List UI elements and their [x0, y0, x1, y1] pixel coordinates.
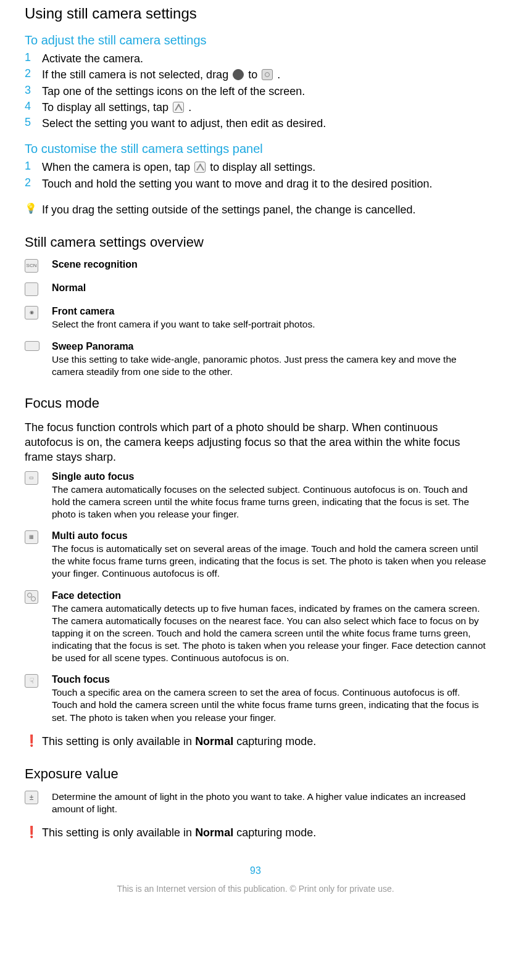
focus-item: ▦ Multi auto focus The focus is automati…	[25, 530, 486, 580]
multi-auto-focus-icon: ▦	[25, 530, 52, 544]
touch-focus-icon	[25, 674, 52, 688]
overview-desc: Use this setting to take wide-angle, pan…	[52, 353, 486, 378]
step-row: 2 If the still camera is not selected, d…	[25, 67, 486, 82]
settings-tools-icon	[173, 102, 184, 113]
focus-body: Single auto focus The camera automatical…	[52, 471, 486, 521]
important-note-row: ❗ This setting is only available in Norm…	[25, 734, 486, 749]
text-fragment: This setting is only available in	[42, 735, 195, 747]
focus-desc: The focus is automatically set on severa…	[52, 543, 486, 580]
exposure-value-icon	[25, 791, 52, 804]
text-fragment: to display all settings.	[210, 161, 315, 173]
overview-item: Sweep Panorama Use this setting to take …	[25, 341, 486, 378]
heading-adjust: To adjust the still camera settings	[25, 33, 486, 47]
step-num: 1	[25, 51, 42, 64]
focus-desc: Touch a specific area on the camera scre…	[52, 686, 486, 723]
text-fragment: .	[188, 101, 191, 113]
still-camera-icon	[262, 69, 273, 80]
step-row: 5 Select the setting you want to adjust,…	[25, 116, 486, 131]
important-icon: ❗	[25, 734, 42, 747]
document-page: Using still camera settings To adjust th…	[0, 5, 511, 980]
sweep-panorama-icon	[25, 341, 52, 351]
overview-body: Sweep Panorama Use this setting to take …	[52, 341, 486, 378]
focus-desc: The camera automatically detects up to f…	[52, 603, 486, 665]
focus-body: Face detection The camera automatically …	[52, 590, 486, 665]
heading-focus-mode: Focus mode	[25, 395, 486, 411]
step-text: Tap one of the settings icons on the lef…	[42, 84, 486, 99]
focus-title: Multi auto focus	[52, 530, 486, 541]
step-num: 3	[25, 84, 42, 97]
step-num: 1	[25, 160, 42, 173]
focus-body: Touch focus Touch a specific area on the…	[52, 674, 486, 723]
focus-list: ▭ Single auto focus The camera automatic…	[25, 471, 486, 724]
focus-title: Face detection	[52, 590, 486, 601]
overview-title: Sweep Panorama	[52, 341, 486, 352]
overview-body: Scene recognition	[52, 259, 486, 271]
footer-text: This is an Internet version of this publ…	[25, 884, 486, 894]
face-detection-icon	[25, 590, 52, 604]
step-num: 4	[25, 100, 42, 113]
overview-title: Normal	[52, 282, 486, 294]
page-number: 93	[25, 865, 486, 876]
overview-item: SCN Scene recognition	[25, 259, 486, 273]
step-row: 1 Activate the camera.	[25, 51, 486, 66]
focus-item: Touch focus Touch a specific area on the…	[25, 674, 486, 723]
overview-item: Normal	[25, 282, 486, 296]
overview-body: Normal	[52, 282, 486, 295]
focus-intro: The focus function controls which part o…	[25, 420, 486, 465]
tip-row: 💡 If you drag the setting outside of the…	[25, 202, 486, 217]
note-text: This setting is only available in Normal…	[42, 734, 486, 749]
overview-desc: Select the front camera if you want to t…	[52, 318, 486, 331]
step-text: Select the setting you want to adjust, t…	[42, 116, 486, 131]
overview-body: Front camera Select the front camera if …	[52, 306, 486, 331]
text-fragment: capturing mode.	[233, 735, 316, 747]
important-note-row: ❗ This setting is only available in Norm…	[25, 825, 486, 840]
text-fragment: .	[277, 68, 280, 81]
heading-customise: To customise the still camera settings p…	[25, 142, 486, 156]
important-icon: ❗	[25, 825, 42, 839]
single-auto-focus-icon: ▭	[25, 471, 52, 485]
focus-item: Face detection The camera automatically …	[25, 590, 486, 665]
heading-using: Using still camera settings	[25, 5, 486, 22]
focus-desc: The camera automatically focuses on the …	[52, 484, 486, 521]
step-row: 4 To display all settings, tap .	[25, 100, 486, 115]
overview-item: ◉ Front camera Select the front camera i…	[25, 306, 486, 331]
text-bold: Normal	[195, 735, 233, 747]
exposure-desc: Determine the amount of light in the pho…	[52, 791, 486, 815]
overview-list: SCN Scene recognition Normal ◉ Front cam…	[25, 259, 486, 377]
normal-mode-icon	[25, 282, 52, 296]
text-fragment: If the still camera is not selected, dra…	[42, 68, 231, 81]
text-fragment: When the camera is open, tap	[42, 161, 193, 173]
heading-exposure: Exposure value	[25, 766, 486, 782]
heading-overview: Still camera settings overview	[25, 234, 486, 250]
settings-tools-icon	[194, 162, 206, 173]
overview-title: Front camera	[52, 306, 486, 317]
tip-text: If you drag the setting outside of the s…	[42, 202, 486, 217]
exposure-list: Determine the amount of light in the pho…	[25, 791, 486, 815]
step-text: If the still camera is not selected, dra…	[42, 67, 486, 82]
focus-item: ▭ Single auto focus The camera automatic…	[25, 471, 486, 521]
overview-title: Scene recognition	[52, 259, 486, 270]
focus-body: Multi auto focus The focus is automatica…	[52, 530, 486, 580]
step-row: 2 Touch and hold the setting you want to…	[25, 176, 486, 191]
scene-recognition-icon: SCN	[25, 259, 52, 273]
step-num: 5	[25, 116, 42, 129]
adjust-steps: 1 Activate the camera. 2 If the still ca…	[25, 51, 486, 131]
step-num: 2	[25, 176, 42, 189]
text-fragment: To display all settings, tap	[42, 101, 172, 113]
exposure-item: Determine the amount of light in the pho…	[25, 791, 486, 815]
focus-title: Touch focus	[52, 674, 486, 685]
text-fragment: This setting is only available in	[42, 826, 195, 839]
note-text: This setting is only available in Normal…	[42, 825, 486, 840]
step-row: 1 When the camera is open, tap to displa…	[25, 160, 486, 175]
text-bold: Normal	[195, 826, 233, 839]
text-fragment: to	[248, 68, 260, 81]
step-num: 2	[25, 67, 42, 80]
step-text: Touch and hold the setting you want to m…	[42, 176, 486, 191]
step-row: 3 Tap one of the settings icons on the l…	[25, 84, 486, 99]
customise-steps: 1 When the camera is open, tap to displa…	[25, 160, 486, 191]
step-text: To display all settings, tap .	[42, 100, 486, 115]
exposure-body: Determine the amount of light in the pho…	[52, 791, 486, 815]
focus-title: Single auto focus	[52, 471, 486, 482]
handle-dot-icon	[233, 69, 244, 80]
text-fragment: capturing mode.	[233, 826, 316, 839]
